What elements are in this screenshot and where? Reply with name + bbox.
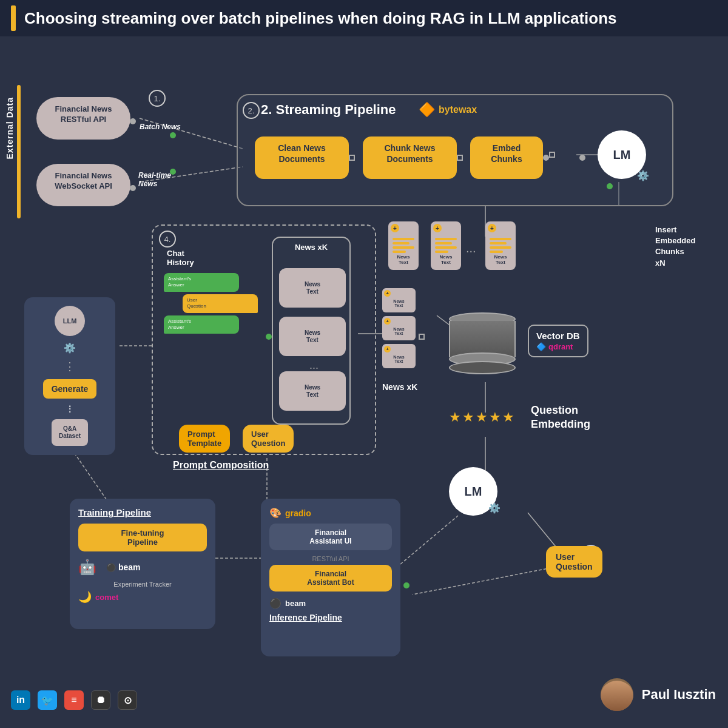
qa-dataset-box: Q&A Dataset xyxy=(52,419,88,446)
generate-button[interactable]: Generate xyxy=(43,379,97,399)
github-icon[interactable]: ⊙ xyxy=(118,690,137,710)
experiment-tracker-label: Experiment Tracker xyxy=(78,581,207,588)
inference-pipeline-label: Inference Pipeline xyxy=(269,613,392,622)
section-1-num: 1. xyxy=(149,90,166,107)
qdrant-label: 🔷qdrant xyxy=(536,342,580,351)
dot-news-xk xyxy=(266,334,272,340)
step-embed-chunks: Embed Chunks xyxy=(470,136,543,179)
training-pipeline-label: Training Pipeline xyxy=(78,507,207,517)
step-chunk-news: Chunk News Documents xyxy=(363,136,457,179)
bottom-social-icons: in 🐦 ≡ ⏺ ⊙ xyxy=(11,690,137,710)
chat-bubble-2: UserQuestion xyxy=(183,294,258,313)
lm-gear-icon: ⚙️ xyxy=(637,170,649,181)
restful-api-label: RESTful API xyxy=(269,555,392,562)
page-title: Choosing streaming over batch pipelines … xyxy=(24,9,617,28)
prompt-template-bubble: Prompt Template xyxy=(179,425,230,453)
bytewax-label: 🔶 bytewax xyxy=(419,102,477,118)
video-icon[interactable]: ⏺ xyxy=(91,690,110,710)
source-restful-api: Financial News RESTful API xyxy=(36,97,130,140)
realtime-news-label: Real-timeNews xyxy=(138,171,171,188)
dot-inference-out xyxy=(403,582,410,588)
news-text-3: NewsText xyxy=(279,371,346,411)
dot-lm-green xyxy=(607,183,613,189)
dot-lm-in xyxy=(579,155,585,161)
embed-chunks-group: + NewsText + NewsText + NewsText xyxy=(382,288,416,368)
dot-websocket-out xyxy=(130,185,136,191)
llm-left-box: LLM ⚙️ ⋮ Generate ⋮ Q&A Dataset xyxy=(24,297,115,455)
fine-tuning-btn: Fine-tuning Pipeline xyxy=(78,524,207,551)
stars-rating: ★★★★★ xyxy=(449,410,516,425)
svg-line-19 xyxy=(400,516,458,564)
comet-label: 🌙 comet xyxy=(78,590,207,604)
gradio-label: 🎨 gradio xyxy=(269,507,392,519)
news-text-2: NewsText xyxy=(279,317,346,356)
dot-restful-out xyxy=(130,118,136,124)
connector-sq-2 xyxy=(457,155,463,161)
llm-connectors: ⋮ xyxy=(64,360,75,373)
connector-sq-3 xyxy=(549,152,555,158)
news-xk-label: News xK xyxy=(273,238,349,254)
vector-db-label: Vector DB xyxy=(536,331,580,341)
twitter-icon[interactable]: 🐦 xyxy=(38,690,57,710)
title-bar: Choosing streaming over batch pipelines … xyxy=(0,0,728,36)
section-2-num: 2. xyxy=(243,102,260,119)
news-text-1: NewsText xyxy=(279,268,346,308)
prompt-composition-label: Prompt Composition xyxy=(173,460,269,471)
dot-embed-out xyxy=(543,155,549,161)
lm-bottom-gear-icon: ⚙️ xyxy=(488,502,500,514)
insert-chunks-label: Insert Embedded Chunks xN xyxy=(655,224,695,269)
embed-chunk-1: + NewsText xyxy=(388,221,419,270)
connector-sq-db xyxy=(419,334,425,340)
section-4-num: 4. xyxy=(159,231,176,248)
training-pipeline-area: Training Pipeline Fine-tuning Pipeline 🤖… xyxy=(70,499,215,629)
linkedin-icon[interactable]: in xyxy=(11,690,30,710)
vector-db xyxy=(449,312,516,369)
question-embedding-label: Question Embedding xyxy=(531,403,590,432)
qa-dataset-label: ⋮ xyxy=(66,405,73,413)
chat-history-label: ChatHistory xyxy=(167,249,194,267)
streaming-pipeline-label: 2. Streaming Pipeline xyxy=(261,102,396,118)
batch-news-label: Batch News xyxy=(140,123,181,131)
dots-news: ... xyxy=(309,359,318,372)
robot-icon: 🤖 xyxy=(78,559,96,576)
prompt-user-question-bubble: User Question xyxy=(243,425,294,453)
inference-pipeline-area: 🎨 gradio Financial Assistant UI RESTful … xyxy=(261,499,400,656)
step-clean-news: Clean News Documents xyxy=(255,136,349,179)
beam-label-train: ⚫ beam xyxy=(106,562,141,572)
external-data-bar xyxy=(17,85,21,218)
embed-chunk-3: + NewsText xyxy=(485,221,516,270)
author-name: Paul Iusztin xyxy=(642,687,716,703)
llm-gear-icon: ⚙️ xyxy=(64,342,76,354)
dots-separator: ... xyxy=(466,241,476,255)
source-websocket-api: Financial News WebSocket API xyxy=(36,164,130,206)
chat-area: Assistant'sAnswer UserQuestion Assistant… xyxy=(164,273,258,336)
beam-label-inf: ⚫ beam xyxy=(269,598,392,609)
news-xk-column: News xK NewsText NewsText ... NewsText xyxy=(272,237,351,425)
author-avatar xyxy=(601,678,633,711)
dot-batch-news xyxy=(170,132,176,138)
bookmark-icon[interactable]: ≡ xyxy=(64,690,84,710)
chat-bubble-3: Assistant'sAnswer xyxy=(164,315,239,334)
svg-line-15 xyxy=(72,449,109,504)
chat-bubble-1: Assistant'sAnswer xyxy=(164,273,239,292)
connector-sq-1 xyxy=(349,155,355,161)
title-accent xyxy=(11,5,16,31)
user-question-bubble: User Question xyxy=(546,546,602,578)
main-canvas: External Data 1. Financial News RESTful … xyxy=(0,36,728,728)
author-area: Paul Iusztin xyxy=(601,678,716,711)
embed-chunk-2: + NewsText xyxy=(431,221,461,270)
financial-bot-box: Financial Assistant Bot xyxy=(269,565,392,592)
vector-db-label-box: Vector DB 🔷qdrant xyxy=(528,325,588,357)
news-xk-bottom-label: News xK xyxy=(382,382,417,392)
external-data-label: External Data xyxy=(5,97,15,159)
llm-left-circle: LLM xyxy=(55,306,85,336)
financial-ui-box: Financial Assistant UI xyxy=(269,524,392,550)
